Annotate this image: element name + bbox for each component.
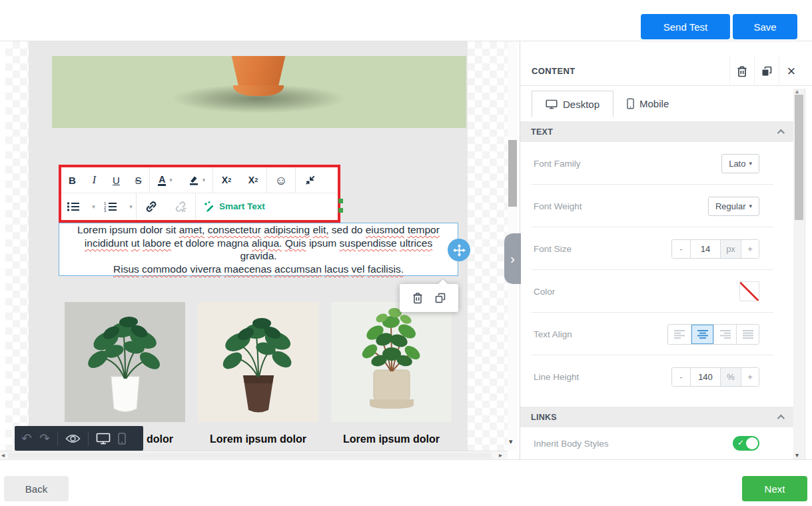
main-area: B I U S A ▾ ▾	[0, 41, 812, 459]
align-justify-button[interactable]	[736, 325, 759, 344]
email-builder-app: Send Test Save B I U S	[0, 0, 812, 506]
font-weight-label: Font Weight	[534, 201, 582, 211]
product-image-3[interactable]	[331, 302, 452, 422]
font-size-label: Font Size	[534, 244, 572, 254]
caret-down-icon: ▾	[92, 203, 95, 210]
scroll-down-arrow[interactable]: ▾	[509, 437, 513, 446]
desktop-preview-button[interactable]	[96, 433, 111, 445]
caret-down-icon: ▾	[169, 177, 173, 183]
copy-icon	[761, 66, 772, 77]
line-height-row: Line Height - 140 % +	[520, 355, 793, 398]
text-block-content[interactable]: Lorem ipsum dolor sit amet, consectetur …	[59, 223, 458, 276]
line-height-decrease-button[interactable]: -	[672, 368, 690, 386]
bullet-list-button[interactable]	[61, 193, 85, 219]
text-editor-toolbar: B I U S A ▾ ▾	[59, 165, 340, 223]
line-height-increase-button[interactable]: +	[741, 368, 759, 386]
font-color-button[interactable]: A ▾	[150, 167, 181, 193]
caret-down-icon: ▾	[129, 203, 133, 210]
italic-button[interactable]: I	[83, 167, 105, 193]
chevron-up-icon	[777, 414, 785, 421]
tab-mobile[interactable]: Mobile	[613, 91, 682, 117]
line-height-input[interactable]: 140	[690, 368, 720, 386]
numbered-list-caret[interactable]: ▾	[123, 193, 136, 219]
bold-button[interactable]: B	[61, 167, 83, 193]
block-drag-handle[interactable]	[448, 239, 470, 261]
block-actions-popover	[400, 284, 458, 312]
close-panel-button[interactable]: ×	[779, 56, 803, 86]
font-size-input[interactable]: 14	[690, 240, 720, 258]
emoji-button[interactable]: ☺	[267, 167, 295, 193]
font-size-unit: px	[720, 240, 741, 258]
delete-content-button[interactable]	[729, 56, 754, 86]
back-button[interactable]: Back	[4, 476, 69, 501]
annotation-handle	[338, 199, 343, 203]
font-size-increase-button[interactable]: +	[741, 240, 759, 258]
bullet-list-caret[interactable]: ▾	[85, 193, 99, 219]
annotation-handle	[338, 208, 343, 213]
horizontal-scrollbar-thumb[interactable]	[8, 453, 492, 459]
preview-eye-button[interactable]	[65, 433, 81, 444]
product-image-1[interactable]	[65, 302, 185, 422]
sidebar-scroll-up-arrow[interactable]: ▴	[795, 87, 799, 95]
font-family-select[interactable]: Lato ▾	[721, 154, 759, 173]
section-text-header[interactable]: TEXT	[520, 121, 793, 142]
undo-button[interactable]: ↶	[21, 432, 32, 445]
toggle-knob	[746, 437, 758, 449]
highlighter-icon	[188, 175, 199, 185]
caret-down-icon: ▾	[749, 160, 752, 167]
align-left-button[interactable]	[668, 325, 691, 344]
next-button[interactable]: Next	[742, 476, 807, 501]
bottom-bar: Back Next	[0, 459, 812, 506]
superscript-button[interactable]: X2	[213, 167, 240, 193]
highlight-color-button[interactable]: ▾	[181, 167, 212, 193]
toolbar-divider	[57, 431, 58, 446]
mobile-preview-button[interactable]	[118, 433, 126, 445]
sidebar-scrollbar-thumb[interactable]	[795, 95, 803, 220]
redo-button[interactable]: ↷	[39, 432, 50, 445]
color-swatch-button[interactable]	[739, 281, 759, 301]
product-image-2[interactable]	[198, 302, 318, 422]
trash-icon	[737, 65, 747, 77]
font-weight-select[interactable]: Regular ▾	[708, 197, 759, 216]
font-size-stepper: - 14 px +	[671, 239, 759, 259]
section-links-title: LINKS	[531, 413, 557, 422]
send-test-button[interactable]: Send Test	[641, 14, 730, 39]
save-button[interactable]: Save	[733, 14, 797, 39]
numbered-list-button[interactable]: 123	[99, 193, 123, 219]
underline-button[interactable]: U	[105, 167, 127, 193]
align-center-button[interactable]	[691, 325, 713, 344]
collapse-panel-tab[interactable]: ›	[504, 233, 521, 284]
line-height-unit: %	[720, 368, 741, 386]
canvas-horizontal-scrollbar[interactable]: ◂ ▸	[0, 451, 508, 459]
delete-block-button[interactable]	[412, 292, 423, 304]
duplicate-content-button[interactable]	[754, 56, 779, 86]
product-caption-2[interactable]: Lorem ipsum dolor	[198, 433, 318, 445]
sidebar-scrollbar[interactable]: ▴ ▾	[793, 89, 805, 459]
sidebar-header: CONTENT ×	[520, 56, 812, 86]
align-right-button[interactable]	[713, 325, 736, 344]
check-icon: ✓	[737, 438, 744, 447]
font-family-row: Font Family Lato ▾	[520, 142, 793, 185]
font-size-decrease-button[interactable]: -	[672, 240, 690, 258]
duplicate-block-button[interactable]	[435, 293, 446, 303]
scroll-left-arrow[interactable]: ◂	[1, 451, 5, 459]
subscript-button[interactable]: X2	[240, 167, 266, 193]
product-caption-3[interactable]: Lorem ipsum dolor	[331, 433, 452, 445]
remove-link-button[interactable]	[166, 193, 195, 219]
close-icon: ×	[787, 64, 796, 79]
subscript-exp: 2	[254, 177, 258, 183]
email-banner-image[interactable]	[52, 56, 466, 128]
strikethrough-button[interactable]: S	[127, 167, 149, 193]
tab-desktop[interactable]: Desktop	[532, 91, 613, 117]
sidebar-scroll-down-arrow[interactable]: ▾	[795, 451, 799, 459]
vertical-scrollbar-thumb[interactable]	[508, 140, 517, 207]
section-links-header[interactable]: LINKS	[520, 407, 793, 427]
inherit-body-styles-toggle[interactable]: ✓	[733, 436, 759, 451]
text-align-group	[667, 324, 759, 345]
collapse-toolbar-button[interactable]	[296, 167, 324, 193]
mobile-icon	[627, 98, 634, 109]
section-text-title: TEXT	[531, 127, 553, 137]
insert-link-button[interactable]	[137, 193, 166, 219]
scroll-right-arrow[interactable]: ▸	[499, 451, 502, 459]
smart-text-button[interactable]: Smart Text	[196, 193, 273, 219]
